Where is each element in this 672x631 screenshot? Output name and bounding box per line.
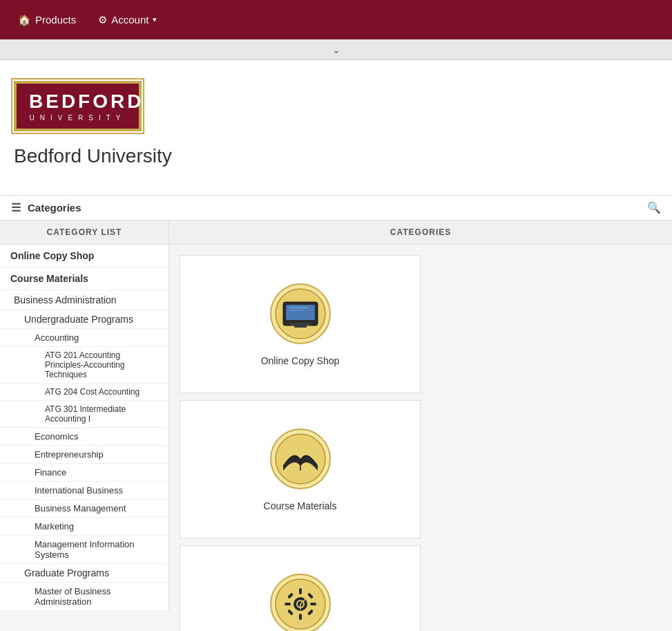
svg-rect-16 xyxy=(299,614,302,620)
sidebar-item-business-management[interactable]: Business Management xyxy=(0,500,169,518)
sidebar-item-finance[interactable]: Finance xyxy=(0,464,169,482)
site-title: Bedford University xyxy=(14,145,172,167)
logo-box: BEDFORD UNIVERSITY xyxy=(14,81,142,131)
logo-subtitle: UNIVERSITY xyxy=(29,114,126,122)
logo-name: BEDFORD xyxy=(29,91,144,112)
sidebar-item-online-copy-shop[interactable]: Online Copy Shop xyxy=(0,245,169,267)
gear-icon: ⚙ xyxy=(98,14,107,26)
account-nav-item[interactable]: ⚙ Account ▾ xyxy=(87,8,168,32)
sidebar-item-marketing[interactable]: Marketing xyxy=(0,518,169,536)
svg-rect-5 xyxy=(294,326,307,328)
sidebar: CATEGORY LIST Online Copy Shop Course Ma… xyxy=(0,220,169,611)
copy-shop-icon xyxy=(269,283,332,345)
categories-main: CATEGORIES Online Copy Shop xyxy=(169,220,672,631)
sidebar-item-atg301[interactable]: ATG 301 Intermediate Accounting I xyxy=(0,401,169,428)
sidebar-item-management-information-systems[interactable]: Management Information Systems xyxy=(0,536,169,564)
svg-rect-4 xyxy=(290,323,311,326)
category-card-course-materials[interactable]: Course Materials xyxy=(180,400,421,538)
svg-rect-7 xyxy=(289,310,304,311)
categories-main-header: CATEGORIES xyxy=(169,220,672,245)
sidebar-item-course-materials[interactable]: Course Materials xyxy=(0,267,169,290)
sidebar-item-master-of-business-administration[interactable]: Master of Business Administration xyxy=(0,583,169,611)
sidebar-item-atg204[interactable]: ATG 204 Cost Accounting xyxy=(0,384,169,401)
sidebar-item-economics[interactable]: Economics xyxy=(0,428,169,446)
supplies-icon xyxy=(269,573,332,632)
svg-rect-18 xyxy=(310,603,316,605)
course-materials-label: Course Materials xyxy=(264,500,337,511)
sidebar-item-atg201[interactable]: ATG 201 Accounting Principles-Accounting… xyxy=(0,347,169,384)
collapse-bar[interactable]: ⌄ xyxy=(0,39,672,60)
svg-rect-6 xyxy=(289,307,308,308)
categories-grid: Online Copy Shop Course Materials xyxy=(169,245,672,631)
main-content: BEDFORD UNIVERSITY Bedford University xyxy=(0,60,672,195)
navbar: 🏠 Products ⚙ Account ▾ xyxy=(0,0,672,39)
categories-bar-label: Categories xyxy=(28,202,81,214)
home-icon: 🏠 xyxy=(18,14,31,26)
copy-shop-label: Online Copy Shop xyxy=(261,355,340,366)
sidebar-item-graduate-programs[interactable]: Graduate Programs xyxy=(0,564,169,583)
course-materials-icon xyxy=(269,428,332,490)
chevron-down-icon: ▾ xyxy=(153,15,157,24)
category-card-supplies[interactable]: Supplies & Merchandise xyxy=(180,545,421,631)
svg-rect-15 xyxy=(299,588,302,594)
logo-area: BEDFORD UNIVERSITY Bedford University xyxy=(14,81,658,167)
sidebar-header: CATEGORY LIST xyxy=(0,220,169,245)
sidebar-item-business-administration[interactable]: Business Administration xyxy=(0,290,169,310)
sidebar-item-undergraduate-programs[interactable]: Undergraduate Programs xyxy=(0,310,169,329)
sidebar-item-international-business[interactable]: International Business xyxy=(0,482,169,500)
account-label: Account xyxy=(111,14,148,26)
category-card-online-copy-shop[interactable]: Online Copy Shop xyxy=(180,255,421,393)
hamburger-icon[interactable]: ☰ xyxy=(11,201,21,214)
search-icon[interactable]: 🔍 xyxy=(647,201,661,214)
sidebar-item-entrepreneurship[interactable]: Entrepreneurship xyxy=(0,446,169,464)
svg-rect-17 xyxy=(285,603,291,605)
layout: CATEGORY LIST Online Copy Shop Course Ma… xyxy=(0,220,672,631)
chevron-down-icon: ⌄ xyxy=(332,44,340,55)
products-label: Products xyxy=(35,14,76,26)
categories-bar: ☰ Categories 🔍 xyxy=(0,195,672,220)
categories-bar-left: ☰ Categories xyxy=(11,201,81,214)
products-nav-item[interactable]: 🏠 Products xyxy=(7,8,87,32)
sidebar-item-accounting[interactable]: Accounting xyxy=(0,329,169,347)
